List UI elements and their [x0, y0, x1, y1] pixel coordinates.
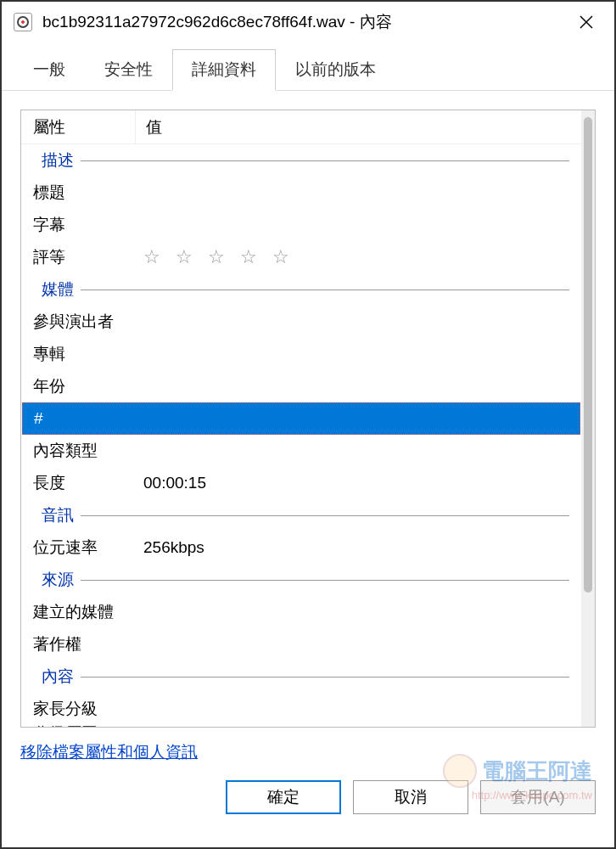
- prop-row-title[interactable]: 標題: [21, 177, 581, 209]
- prop-value: 00:00:15: [143, 474, 206, 492]
- section-description: 描述: [21, 144, 581, 177]
- prop-label: 家長分級: [33, 698, 143, 720]
- details-panel: 屬性 值 描述 標題 字幕 評等 ☆ ☆ ☆ ☆ ☆ 媒體 參與演出者 專輯: [20, 110, 596, 728]
- scrollbar-thumb[interactable]: [584, 117, 592, 593]
- watermark-mascot-icon: [443, 754, 477, 788]
- prop-row-bitrate[interactable]: 位元速率 256kbps: [21, 531, 581, 564]
- prop-label: 內容類型: [33, 440, 143, 462]
- prop-row-artists[interactable]: 參與演出者: [21, 306, 581, 338]
- tab-details[interactable]: 詳細資料: [172, 49, 276, 91]
- section-divider: [81, 580, 569, 581]
- prop-value: 256kbps: [143, 538, 204, 557]
- prop-label: 專輯: [33, 343, 143, 365]
- window-title: bc1b92311a27972c962d6c8ec78ff64f.wav - 內…: [42, 11, 570, 33]
- section-divider: [81, 160, 569, 161]
- prop-row-length[interactable]: 長度 00:00:15: [21, 467, 581, 499]
- prop-row-track-number[interactable]: #: [22, 402, 580, 435]
- section-label: 內容: [33, 666, 81, 688]
- tab-previous[interactable]: 以前的版本: [276, 49, 395, 90]
- watermark-text: 電腦王阿達: [482, 756, 592, 786]
- prop-label: 評等: [33, 246, 143, 268]
- ok-button[interactable]: 確定: [226, 780, 341, 814]
- prop-row-rating[interactable]: 評等 ☆ ☆ ☆ ☆ ☆: [21, 241, 581, 273]
- prop-label: 長度: [33, 472, 143, 494]
- prop-row-year[interactable]: 年份: [21, 370, 581, 402]
- close-icon: [579, 14, 594, 30]
- prop-label: 字幕: [33, 214, 143, 236]
- column-header-row: 屬性 值: [21, 110, 581, 144]
- prop-row-album[interactable]: 專輯: [21, 338, 581, 370]
- prop-label: 著作權: [33, 633, 143, 655]
- prop-row-rating-reason[interactable]: 分級原因: [21, 725, 581, 727]
- column-header-property[interactable]: 屬性: [21, 110, 136, 143]
- watermark: 電腦王阿達 http://www.kocpc.com.tw: [443, 754, 592, 788]
- section-content: 內容: [21, 661, 581, 693]
- watermark-url: http://www.kocpc.com.tw: [472, 789, 592, 801]
- rating-stars[interactable]: ☆ ☆ ☆ ☆ ☆: [143, 246, 294, 268]
- section-label: 音訊: [33, 504, 81, 526]
- section-label: 描述: [33, 149, 81, 171]
- section-origin: 來源: [21, 564, 581, 596]
- titlebar: bc1b92311a27972c962d6c8ec78ff64f.wav - 內…: [2, 2, 614, 42]
- prop-row-genre[interactable]: 內容類型: [21, 435, 581, 467]
- prop-row-subtitle[interactable]: 字幕: [21, 209, 581, 241]
- tab-general[interactable]: 一般: [14, 49, 85, 90]
- section-audio: 音訊: [21, 499, 581, 531]
- prop-label: 年份: [33, 375, 143, 397]
- section-divider: [81, 515, 569, 516]
- column-header-value[interactable]: 值: [136, 116, 162, 138]
- section-media: 媒體: [21, 273, 581, 306]
- prop-label: 參與演出者: [33, 311, 143, 333]
- vertical-scrollbar[interactable]: [581, 110, 595, 727]
- prop-label: 標題: [33, 182, 143, 204]
- prop-label: 分級原因: [33, 725, 143, 727]
- file-type-icon: [14, 13, 32, 31]
- section-label: 來源: [33, 569, 81, 591]
- close-button[interactable]: [570, 6, 602, 38]
- prop-row-media-created[interactable]: 建立的媒體: [21, 596, 581, 628]
- prop-row-parental[interactable]: 家長分級: [21, 693, 581, 725]
- prop-label: #: [34, 409, 144, 428]
- section-divider: [81, 677, 569, 678]
- prop-row-copyright[interactable]: 著作權: [21, 628, 581, 661]
- tab-bar: 一般 安全性 詳細資料 以前的版本: [2, 42, 614, 91]
- section-label: 媒體: [33, 278, 81, 301]
- remove-properties-link[interactable]: 移除檔案屬性和個人資訊: [20, 743, 198, 761]
- tab-security[interactable]: 安全性: [85, 49, 172, 90]
- property-list[interactable]: 屬性 值 描述 標題 字幕 評等 ☆ ☆ ☆ ☆ ☆ 媒體 參與演出者 專輯: [21, 110, 581, 727]
- section-divider: [81, 290, 569, 290]
- prop-label: 建立的媒體: [33, 601, 143, 623]
- prop-label: 位元速率: [33, 537, 143, 559]
